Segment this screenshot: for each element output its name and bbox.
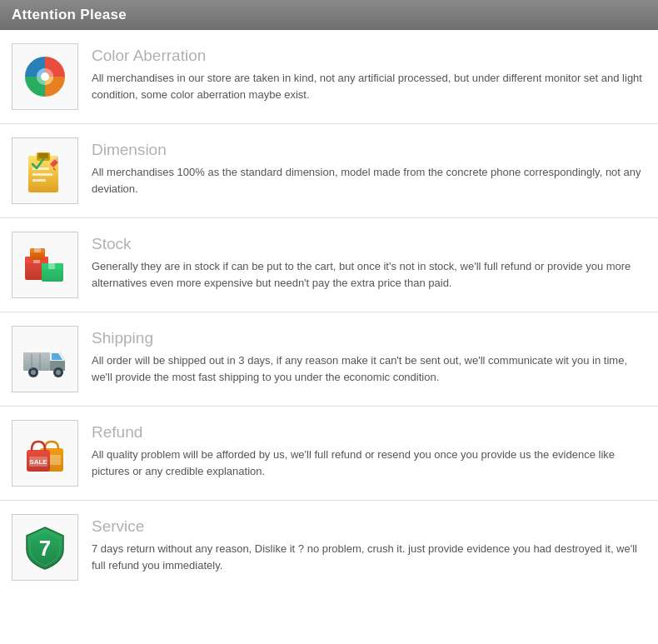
svg-rect-23 <box>23 352 50 371</box>
boxes-icon <box>22 242 68 288</box>
service-desc: 7 days return without any reason, Dislik… <box>92 541 646 573</box>
header-title: Attention Please <box>12 7 127 23</box>
svg-point-25 <box>31 370 36 375</box>
refund-content: Refund All quality problem will be affor… <box>92 420 646 479</box>
list-item: Stock Generally they are in stock if can… <box>0 218 658 312</box>
refund-title: Refund <box>92 423 646 442</box>
stock-icon <box>12 232 78 298</box>
list-item: Shipping All order will be shipped out i… <box>0 312 658 407</box>
items-container: Color Aberration All merchandises in our… <box>0 30 658 594</box>
svg-rect-8 <box>32 173 52 176</box>
list-item: Dimension All merchandises 100% as the s… <box>0 124 658 218</box>
header: Attention Please <box>0 0 658 30</box>
list-item: 7 Service 7 days return without any reas… <box>0 501 658 594</box>
color-aberration-content: Color Aberration All merchandises in our… <box>92 43 646 102</box>
svg-rect-21 <box>34 248 41 252</box>
dimension-desc: All merchandises 100% as the standard di… <box>92 164 646 197</box>
refund-icon: SALE <box>12 420 78 487</box>
color-aberration-desc: All merchandises in our store are taken … <box>92 70 646 102</box>
shipping-icon <box>12 326 78 392</box>
dimension-icon <box>12 137 78 204</box>
color-aberration-icon <box>12 43 78 110</box>
truck-icon <box>22 336 68 382</box>
shopping-bag-icon: SALE <box>22 430 68 477</box>
shield-7-icon: 7 <box>22 524 68 571</box>
list-item: SALE Refund All quality problem will be … <box>0 407 658 501</box>
clipboard-icon <box>22 147 68 194</box>
svg-text:SALE: SALE <box>29 458 47 466</box>
svg-point-2 <box>41 72 49 81</box>
dimension-content: Dimension All merchandises 100% as the s… <box>92 137 646 197</box>
shipping-content: Shipping All order will be shipped out i… <box>92 326 646 385</box>
list-item: Color Aberration All merchandises in our… <box>0 30 658 124</box>
stock-content: Stock Generally they are in stock if can… <box>92 232 646 291</box>
svg-rect-6 <box>38 153 48 158</box>
service-title: Service <box>92 517 646 536</box>
svg-text:7: 7 <box>39 536 51 561</box>
color-pie-icon <box>22 53 68 100</box>
service-content: Service 7 days return without any reason… <box>92 514 646 573</box>
refund-desc: All quality problem will be afforded by … <box>92 447 646 479</box>
svg-rect-17 <box>48 263 55 269</box>
svg-rect-9 <box>32 179 46 182</box>
shipping-desc: All order will be shipped out in 3 days,… <box>92 352 646 385</box>
color-aberration-title: Color Aberration <box>92 47 646 65</box>
dimension-title: Dimension <box>92 141 646 159</box>
shipping-title: Shipping <box>92 329 646 347</box>
page-container: Attention Please <box>0 0 658 594</box>
service-icon: 7 <box>12 514 78 581</box>
svg-point-27 <box>56 370 61 375</box>
stock-desc: Generally they are in stock if can be pu… <box>92 258 646 291</box>
stock-title: Stock <box>92 235 646 253</box>
